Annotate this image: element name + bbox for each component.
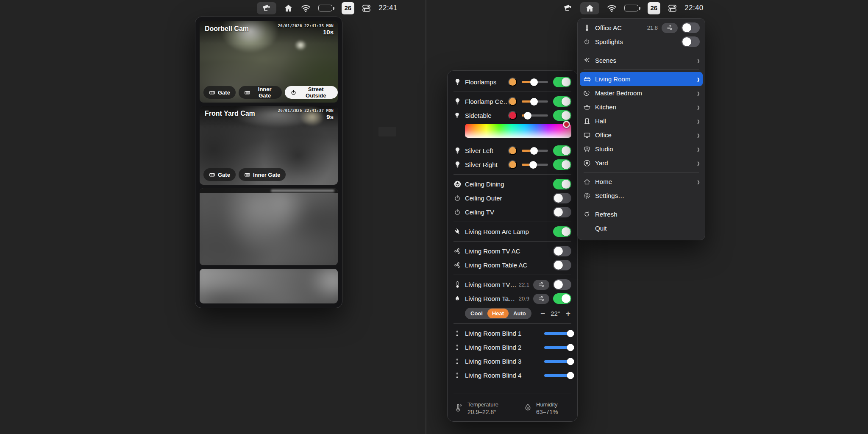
power-toggle[interactable] (553, 207, 571, 217)
mode-heat[interactable]: Heat (487, 309, 509, 318)
gate-icon (209, 89, 215, 96)
wifi-icon[interactable] (606, 2, 617, 14)
door-icon (583, 117, 595, 125)
device-row-silver-left: Silver Left (453, 144, 571, 158)
power-toggle[interactable] (553, 159, 571, 170)
camera-card-doorbell[interactable]: Doorbell Cam 26/01/2026 22:41:35 MON 10s… (200, 21, 338, 103)
brightness-slider[interactable] (522, 81, 548, 83)
brightness-slider[interactable] (522, 150, 548, 152)
temperature-range: 20.9–22.8° (467, 409, 498, 415)
power-toggle[interactable] (553, 145, 571, 156)
divider (584, 205, 699, 205)
brightness-slider[interactable] (522, 100, 548, 103)
battery-icon[interactable] (318, 2, 334, 14)
color-swatch[interactable] (508, 146, 517, 155)
menu-item-room-office[interactable]: Office › (578, 128, 705, 142)
power-toggle[interactable] (553, 179, 571, 189)
power-toggle[interactable] (553, 279, 571, 290)
power-toggle[interactable] (553, 77, 571, 87)
battery-count-badge[interactable]: 26 (648, 2, 661, 14)
mode-cool[interactable]: Cool (466, 309, 487, 318)
camera-card-blurred-2[interactable] (200, 269, 338, 303)
wind-icon (538, 295, 545, 302)
setpoint-stepper: − 22° + (540, 309, 571, 317)
power-icon (453, 180, 465, 188)
power-toggle[interactable] (553, 193, 571, 203)
menu-item-room-yard[interactable]: Yard › (578, 156, 705, 170)
wifi-icon[interactable] (300, 2, 311, 14)
divider (584, 172, 699, 172)
power-toggle[interactable] (553, 293, 571, 304)
menu-item-home[interactable]: Home › (578, 175, 705, 189)
chevron-right-icon: › (697, 74, 700, 84)
background-artifact (378, 127, 396, 136)
humidity-icon (523, 403, 532, 414)
sparkles-icon (583, 57, 595, 64)
color-swatch[interactable] (508, 160, 517, 169)
camera-app-menubar-icon[interactable] (563, 2, 573, 14)
current-temperature: 20.9 (519, 295, 529, 302)
fan-speed-button[interactable] (533, 280, 549, 290)
power-toggle[interactable] (682, 22, 700, 33)
divider (453, 222, 571, 222)
menu-item-room-living-room[interactable]: Living Room › (580, 72, 703, 86)
device-row-silver-right: Silver Right (453, 158, 571, 172)
living-room-controls-panel: Floorlamps Floorlamp Ce… Sidetable (447, 70, 578, 422)
mode-auto[interactable]: Auto (509, 309, 531, 318)
house-icon (583, 178, 595, 186)
divider (453, 275, 571, 275)
power-toggle[interactable] (682, 36, 700, 47)
street-outside-button[interactable]: Street Outside (285, 86, 338, 99)
menu-item-settings[interactable]: Settings… (578, 189, 705, 203)
camera-card-front-yard[interactable]: Front Yard Cam 26/01/2026 22:41:37 MON 9… (200, 106, 338, 185)
toggles-menubar-icon[interactable] (668, 2, 677, 14)
menu-item-scenes[interactable]: Scenes › (578, 53, 705, 67)
home-app-menubar-icon[interactable] (284, 2, 293, 14)
color-swatch[interactable] (508, 78, 517, 86)
blind-position-slider[interactable] (544, 346, 570, 349)
power-toggle[interactable] (553, 96, 571, 107)
fan-speed-button[interactable] (662, 23, 678, 33)
camera-card-blurred-1[interactable] (200, 188, 338, 265)
camera-timestamp-blurred (271, 189, 334, 192)
blind-position-slider[interactable] (544, 374, 570, 377)
blind-position-slider[interactable] (544, 360, 570, 363)
battery-icon[interactable] (624, 2, 640, 14)
device-row-sidetable: Sidetable (453, 108, 571, 122)
battery-count-badge[interactable]: 26 (342, 2, 355, 14)
power-icon (583, 38, 595, 45)
blind-position-slider[interactable] (544, 332, 570, 335)
inner-gate-button[interactable]: Inner Gate (239, 86, 282, 99)
power-toggle[interactable] (553, 226, 571, 237)
power-toggle[interactable] (553, 260, 571, 270)
gate-button[interactable]: Gate (203, 168, 236, 181)
home-app-menubar-icon[interactable] (580, 2, 599, 14)
color-swatch[interactable] (508, 111, 517, 120)
menu-item-refresh[interactable]: Refresh (578, 207, 705, 221)
setpoint-value: 22° (551, 310, 560, 317)
increase-temperature-button[interactable]: + (566, 309, 570, 317)
toggles-menubar-icon[interactable] (362, 2, 371, 14)
brightness-slider[interactable] (522, 164, 548, 166)
inner-gate-button[interactable]: Inner Gate (239, 168, 286, 181)
color-picker-handle[interactable] (563, 121, 570, 128)
color-gradient-bar[interactable] (465, 124, 571, 138)
color-picker[interactable] (465, 124, 571, 138)
menu-item-room-kitchen[interactable]: Kitchen › (578, 100, 705, 114)
power-toggle[interactable] (553, 110, 571, 121)
menu-item-room-studio[interactable]: Studio › (578, 142, 705, 156)
camera-stream-age: 9s (326, 113, 334, 120)
fan-speed-button[interactable] (533, 294, 549, 304)
gate-button[interactable]: Gate (203, 86, 236, 99)
menu-item-quit[interactable]: Quit (578, 221, 705, 235)
decrease-temperature-button[interactable]: − (540, 309, 545, 317)
wind-icon (538, 281, 545, 288)
power-toggle[interactable] (553, 246, 571, 256)
brightness-slider[interactable] (522, 114, 548, 117)
device-row-ceiling-tv: Ceiling TV (453, 205, 571, 219)
menu-item-room-master-bedroom[interactable]: Master Bedroom › (578, 86, 705, 100)
color-swatch[interactable] (508, 97, 517, 106)
camera-app-menubar-icon[interactable] (257, 2, 276, 14)
menu-item-room-hall[interactable]: Hall › (578, 114, 705, 128)
gear-icon (583, 192, 595, 200)
